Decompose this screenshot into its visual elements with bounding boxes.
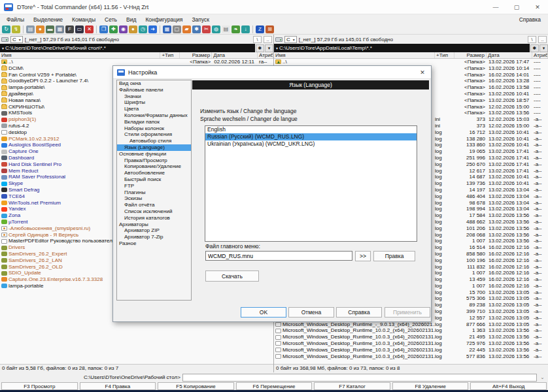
fkey-button[interactable]: F6 Перемещение [236, 382, 313, 390]
menu-item[interactable]: Вид [122, 16, 141, 24]
tree-item[interactable]: Язык (Language) [117, 144, 191, 151]
file-row[interactable]: Microsoft_Windows_Desktop_Runtime_-_9.0.… [274, 321, 548, 328]
folder-orange-icon[interactable]: ▰ [182, 25, 191, 33]
tree-item[interactable]: Архиваторы [117, 221, 191, 228]
clock-icon[interactable]: ◷ [139, 25, 147, 33]
keyboard-icon[interactable]: ▭ [75, 25, 84, 33]
menu-item[interactable]: Команды [67, 16, 100, 24]
cookie-icon[interactable]: ● [129, 25, 137, 33]
menu-item[interactable]: Файлы [2, 16, 29, 24]
drive-icon[interactable]: ▬ [46, 25, 54, 33]
command-history-chevron-icon[interactable]: ⌄ [538, 375, 547, 380]
drive-selector[interactable]: C▾ [284, 36, 297, 43]
file-row[interactable]: Microsoft_Windows_Desktop_Runtime_10.0.3… [274, 347, 548, 353]
tree-item[interactable]: Копирование/Удаление [117, 163, 191, 170]
favorites-button[interactable]: ✱ [256, 44, 264, 52]
language-option[interactable]: English [205, 126, 417, 133]
tree-item[interactable]: Вкладки папок [117, 119, 191, 125]
command-input[interactable] [182, 374, 537, 382]
menu-item-help[interactable]: Справка [514, 16, 546, 24]
tree-item[interactable]: Вид окна [117, 80, 191, 87]
file-row[interactable]: Microsoft_Windows_Desktop_Runtime_10.0.2… [274, 327, 548, 334]
column-header[interactable]: Размер [454, 52, 487, 58]
column-header[interactable]: Имя [274, 52, 435, 58]
goto-root-button[interactable]: \ [528, 36, 536, 43]
download-button[interactable]: Скачать [205, 270, 259, 282]
fkey-button[interactable]: F4 Правка [80, 382, 156, 390]
fkey-button[interactable]: F5 Копирование [158, 382, 234, 390]
language-option[interactable]: Ukrainian (Українська) (WCMD_UKR.LNG) [205, 140, 417, 148]
grid-blue-icon[interactable]: ▦ [163, 25, 171, 33]
tree-item[interactable]: Колонки/Форматы данных [117, 112, 191, 119]
tree-item[interactable]: Автовыбор стиля [117, 138, 191, 144]
globe-purple-icon[interactable]: ◉ [119, 25, 128, 33]
file-row[interactable]: Microsoft_Windows_Desktop_Runtime_10.0.3… [274, 334, 548, 340]
language-option[interactable]: Russian (Русский) (WCMD_RUS.LNG) [205, 133, 417, 140]
file-row[interactable]: Microsoft_Windows_Desktop_Runtime_10.0.3… [274, 340, 548, 347]
goto-parent-button[interactable]: .. [264, 36, 272, 43]
window-icon[interactable]: ❐ [99, 25, 108, 33]
tree-item[interactable]: Значки [117, 93, 191, 100]
shield-icon[interactable]: ✚ [109, 25, 118, 33]
file-row[interactable]: ..\<Папка>02.02.2026 12:11ra-- [0, 59, 273, 65]
history-button[interactable]: ▾ [539, 44, 548, 52]
column-header[interactable]: Атрибут [258, 52, 273, 58]
zip-icon[interactable]: Z [256, 25, 264, 33]
browse-menu-button[interactable]: >> [355, 251, 371, 261]
main-menu-file-input[interactable] [205, 251, 352, 261]
edit-menu-button[interactable]: Правка [373, 251, 415, 261]
column-header[interactable]: Размер [180, 52, 212, 58]
download-icon[interactable]: ↓ [241, 25, 250, 33]
column-header[interactable]: Атрибут [532, 52, 548, 58]
fkey-button[interactable]: F8 Удаление [392, 382, 469, 390]
favorites-button[interactable]: ✱ [530, 44, 539, 52]
tree-item[interactable]: Наборы колонок [117, 125, 191, 132]
tree-item[interactable]: Цвета [117, 106, 191, 112]
menu-item[interactable]: Выделение [29, 16, 67, 24]
tree-item[interactable]: Стили оформления [117, 131, 191, 138]
tree-item[interactable]: Основные функции [117, 151, 191, 157]
tree-item[interactable]: Архиватор 7-Zip [117, 234, 191, 240]
monitor-icon[interactable]: ▢ [173, 25, 181, 33]
folder-gear-icon[interactable]: ✱ [192, 25, 201, 33]
column-header[interactable]: Имя [0, 52, 160, 58]
apply-button[interactable]: Применить [385, 307, 430, 318]
column-header[interactable]: +Тип [435, 52, 454, 58]
cut-icon[interactable]: ✂ [202, 25, 211, 33]
eco-icon[interactable]: ❧ [231, 25, 240, 33]
arrow-blue-icon[interactable]: ➜ [148, 25, 157, 33]
fkey-button[interactable]: F7 Каталог [314, 382, 390, 390]
grid-view-icon[interactable]: ▦ [56, 25, 64, 33]
tree-item[interactable]: Архиватор ZIP [117, 227, 191, 234]
ok-button[interactable]: OK [241, 307, 286, 318]
cd-icon[interactable]: ● [36, 25, 44, 33]
drive-selector[interactable]: C▾ [10, 36, 23, 43]
history-button[interactable]: ▾ [265, 44, 273, 52]
close-button[interactable]: ✕ [527, 0, 548, 14]
goto-root-button[interactable]: \ [253, 36, 262, 43]
goto-parent-button[interactable]: .. [538, 36, 547, 43]
column-header[interactable]: +Тип [160, 52, 180, 58]
tree-item[interactable]: Список исключений [117, 208, 191, 215]
network-icon[interactable]: ◍ [212, 25, 220, 33]
refresh-icon[interactable]: ↻ [2, 25, 10, 33]
maximize-button[interactable]: ▢ [506, 0, 527, 14]
tree-item[interactable]: Быстрый поиск [117, 176, 191, 183]
dialog-close-icon[interactable]: ✕ [414, 66, 431, 78]
tree-item[interactable]: FTP [117, 183, 191, 189]
column-header[interactable]: Дата [212, 52, 258, 58]
menu-item[interactable]: Сеть [100, 16, 122, 24]
tree-item[interactable]: Автообновление [117, 170, 191, 176]
fkey-button[interactable]: Alt+F4 Выход [470, 382, 547, 390]
menu-item[interactable]: Конфигурация [141, 16, 187, 24]
tree-item[interactable]: Разное [117, 240, 191, 247]
menu-item[interactable]: Запуск [187, 16, 214, 24]
cancel-button[interactable]: Отмена [288, 307, 334, 318]
new-doc-icon[interactable]: ▤ [26, 25, 35, 33]
tree-item[interactable]: Файл отчёта [117, 202, 191, 208]
tree-item[interactable]: Правка/Просмотр [117, 157, 191, 164]
font-icon[interactable]: F [65, 25, 74, 33]
apps-icon[interactable]: ⊞ [265, 25, 274, 33]
fkey-button[interactable]: F3 Просмотр [1, 382, 78, 390]
column-header[interactable]: Дата [487, 52, 532, 58]
